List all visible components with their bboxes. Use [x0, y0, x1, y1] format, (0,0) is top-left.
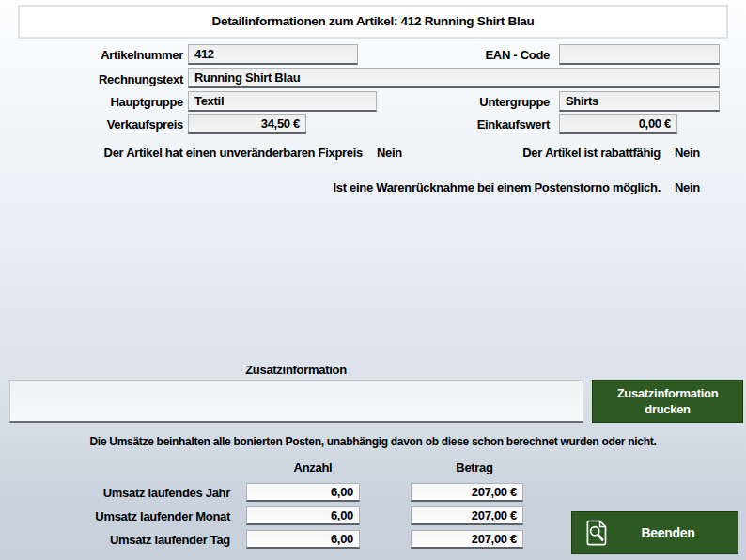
umsatz-monat-label: Umsatz laufender Monat	[19, 509, 230, 523]
artikelnummer-field: 412	[188, 44, 358, 65]
einkaufswert-field: 0,00 €	[559, 114, 677, 134]
warenruecknahme-flag-value: Nein	[675, 180, 700, 194]
ean-code-label: EAN - Code	[404, 48, 550, 62]
betrag-column-header: Betrag	[418, 460, 531, 474]
zusatzinformation-input[interactable]	[9, 380, 583, 423]
article-detail-dialog: { "window": { "title": "Detailinformatio…	[0, 0, 746, 560]
umsatz-note: Die Umsätze beinhalten alle bonierten Po…	[0, 435, 746, 448]
dialog-title: Detailinformationen zum Artikel: 412 Run…	[18, 5, 728, 39]
umsatz-monat-betrag-field: 207,00 €	[411, 506, 523, 525]
umsatz-tag-betrag-field: 207,00 €	[411, 530, 523, 549]
warenruecknahme-flag-label: Ist eine Warenrücknahme bei einem Posten…	[333, 180, 661, 194]
rabattfaehig-flag: Der Artikel ist rabattfähig Nein	[451, 146, 700, 160]
umsatz-tag-label: Umsatz laufender Tag	[19, 533, 230, 547]
untergruppe-label: Untergruppe	[404, 95, 550, 109]
untergruppe-field: Shirts	[559, 91, 720, 112]
verkaufspreis-field: 34,50 €	[188, 114, 306, 134]
zusatzinformation-label: Zusatzinformation	[188, 363, 404, 377]
ean-code-field	[559, 44, 720, 65]
fixpreis-flag-value: Nein	[377, 146, 402, 160]
umsatz-tag-anzahl-field: 6,00	[246, 530, 360, 549]
rabattfaehig-flag-value: Nein	[675, 146, 700, 160]
umsatz-monat-anzahl-field: 6,00	[246, 506, 360, 525]
hauptgruppe-field: Textil	[188, 91, 377, 112]
verkaufspreis-label: Verkaufspreis	[19, 117, 183, 132]
umsatz-jahr-label: Umsatz laufendes Jahr	[19, 486, 230, 500]
einkaufswert-label: Einkaufswert	[404, 117, 550, 132]
rechnungstext-field: Running Shirt Blau	[188, 68, 720, 88]
document-search-icon	[586, 520, 608, 546]
anzahl-column-header: Anzahl	[256, 460, 369, 474]
warenruecknahme-flag: Ist eine Warenrücknahme bei einem Posten…	[282, 180, 700, 194]
hauptgruppe-label: Hauptgruppe	[19, 95, 183, 109]
fixpreis-flag: Der Artikel hat einen unveränderbaren Fi…	[0, 146, 402, 160]
beenden-button[interactable]: Beenden	[571, 511, 738, 554]
beenden-button-label: Beenden	[608, 525, 738, 540]
umsatz-jahr-betrag-field: 207,00 €	[411, 483, 523, 502]
zusatzinformation-drucken-button[interactable]: Zusatzinformation drucken	[592, 380, 743, 423]
umsatz-jahr-anzahl-field: 6,00	[246, 483, 360, 502]
rabattfaehig-flag-label: Der Artikel ist rabattfähig	[522, 146, 661, 160]
artikelnummer-label: Artikelnummer	[19, 48, 183, 62]
fixpreis-flag-label: Der Artikel hat einen unveränderbaren Fi…	[104, 146, 363, 160]
rechnungstext-label: Rechnungstext	[19, 72, 183, 86]
